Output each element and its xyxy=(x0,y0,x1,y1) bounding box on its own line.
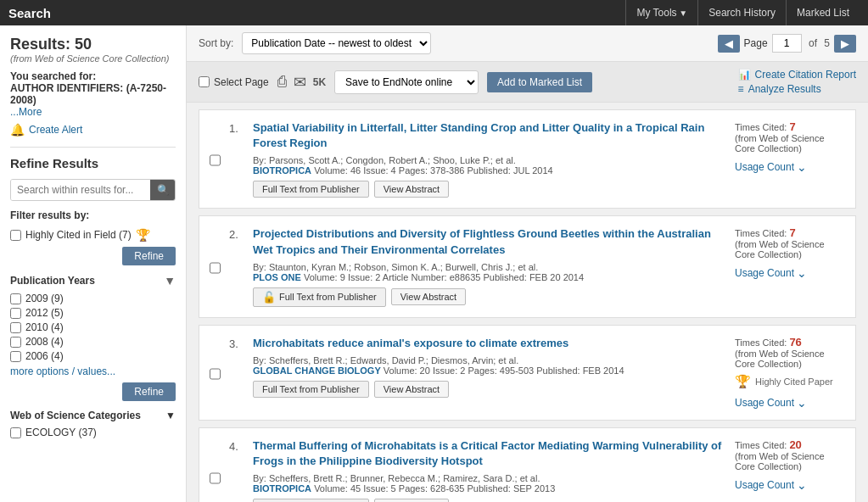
result-meta-3: By: Scheffers, Brett R.; Brunner, Rebecc… xyxy=(253,473,726,494)
search-history-link[interactable]: Search History xyxy=(697,0,786,26)
times-cited-count-2: 76 xyxy=(789,336,801,349)
abstract-btn-2[interactable]: View Abstract xyxy=(374,381,449,398)
select-page: Select Page xyxy=(199,76,269,88)
result-authors-3: By: Scheffers, Brett R.; Brunner, Rebecc… xyxy=(253,473,540,483)
result-actions-2: Full Text from Publisher View Abstract xyxy=(253,381,726,398)
refine-title: Refine Results xyxy=(10,156,176,170)
result-main-0: Spatial Variability in Litterfall, Litte… xyxy=(253,120,726,198)
result-num-2: 3. xyxy=(229,337,244,410)
result-title-2[interactable]: Microhabitats reduce animal's exposure t… xyxy=(253,336,726,351)
my-tools-link[interactable]: My Tools xyxy=(625,0,697,26)
add-marked-list-button[interactable]: Add to Marked List xyxy=(487,72,592,92)
results-count: Results: 50 xyxy=(10,36,176,53)
prev-page-button[interactable]: ◀ xyxy=(718,35,740,53)
result-authors-0: By: Parsons, Scott A.; Congdon, Robert A… xyxy=(253,155,516,165)
email-icon[interactable]: ✉ xyxy=(294,73,306,92)
search-within-button[interactable]: 🔍 xyxy=(150,180,176,200)
endnote-select[interactable]: Save to EndNote online xyxy=(334,70,479,94)
print-icon[interactable]: ⎙ xyxy=(277,73,287,91)
list-icon: ≡ xyxy=(738,83,744,95)
result-journal-3[interactable]: BIOTROPICA xyxy=(253,483,311,494)
wos-cats-label: Web of Science Categories xyxy=(10,410,141,421)
wos-cats-header[interactable]: Web of Science Categories ▼ xyxy=(10,410,176,421)
result-vol-3: Volume: 45 Issue: 5 Pages: 628-635 Publi… xyxy=(314,483,555,494)
times-cited-3: Times Cited: 20 (from Web of Science Cor… xyxy=(735,438,845,471)
result-journal-0[interactable]: BIOTROPICA xyxy=(253,165,311,176)
toolbar-icons: ⎙ ✉ 5K xyxy=(277,73,326,92)
usage-count-1[interactable]: Usage Count xyxy=(735,266,845,280)
usage-count-0[interactable]: Usage Count xyxy=(735,160,845,174)
oa-icon-1: 🔓 xyxy=(262,291,276,304)
fulltext-btn-0[interactable]: Full Text from Publisher xyxy=(253,181,369,198)
highly-cited-checkbox[interactable] xyxy=(10,230,21,241)
cat-label-0: ECOLOGY (37) xyxy=(25,427,97,438)
bar-chart-icon: 📊 xyxy=(738,69,751,81)
next-page-button[interactable]: ▶ xyxy=(834,35,856,53)
fulltext-btn-3[interactable]: Full Text from Publisher xyxy=(253,499,369,502)
page-label: Page xyxy=(744,37,768,49)
year-checkbox-3[interactable] xyxy=(10,337,21,348)
page-input[interactable] xyxy=(772,34,802,53)
cat-checkbox-0[interactable] xyxy=(10,427,21,438)
pagination: ◀ Page of 5 ▶ xyxy=(718,34,856,53)
pub-years-header[interactable]: Publication Years ▼ xyxy=(10,274,176,287)
result-checkbox-1[interactable] xyxy=(210,229,221,306)
sort-select[interactable]: Publication Date -- newest to oldest xyxy=(242,32,431,54)
year-checkbox-4[interactable] xyxy=(10,351,21,362)
result-checkbox-2[interactable] xyxy=(210,338,221,410)
search-within-input[interactable] xyxy=(11,180,150,200)
year-checkbox-0[interactable] xyxy=(10,293,21,304)
abstract-btn-1[interactable]: View Abstract xyxy=(391,288,466,305)
result-title-3[interactable]: Thermal Buffering of Microhabitats is a … xyxy=(253,438,726,469)
result-checkbox-3[interactable] xyxy=(210,441,221,502)
result-main-3: Thermal Buffering of Microhabitats is a … xyxy=(253,438,726,502)
result-authors-2: By: Scheffers, Brett R.; Edwards, David … xyxy=(253,355,518,365)
page-of: of xyxy=(806,37,820,49)
year-item-4: 2006 (4) xyxy=(10,350,176,362)
times-cited-count-0: 7 xyxy=(789,120,795,133)
create-alert[interactable]: 🔔 Create Alert xyxy=(10,123,176,137)
result-checkbox-0[interactable] xyxy=(210,123,221,198)
result-journal-1[interactable]: PLOS ONE xyxy=(253,272,301,282)
create-citation-link[interactable]: 📊 Create Citation Report xyxy=(738,69,856,81)
year-item-3: 2008 (4) xyxy=(10,336,176,348)
year-label-2: 2010 (4) xyxy=(25,321,64,333)
fulltext-btn-2[interactable]: Full Text from Publisher xyxy=(253,381,369,398)
result-meta-0: By: Parsons, Scott A.; Congdon, Robert A… xyxy=(253,155,726,176)
year-label-1: 2012 (5) xyxy=(25,307,64,319)
year-checkbox-1[interactable] xyxy=(10,308,21,319)
result-title-1[interactable]: Projected Distributions and Diversity of… xyxy=(253,226,726,257)
year-label-4: 2006 (4) xyxy=(25,350,64,362)
citation-tools: 📊 Create Citation Report ≡ Analyze Resul… xyxy=(738,69,856,95)
refine-button-2[interactable]: Refine xyxy=(122,382,176,401)
filter-by-label: Filter results by: xyxy=(10,209,176,221)
times-cited-label-0: Times Cited: xyxy=(735,122,787,132)
result-meta-1: By: Staunton, Kyran M.; Robson, Simon K.… xyxy=(253,262,726,282)
year-item-1: 2012 (5) xyxy=(10,307,176,319)
result-item-1: 2. Projected Distributions and Diversity… xyxy=(199,215,856,317)
refine-button[interactable]: Refine xyxy=(122,247,176,265)
marked-list-link[interactable]: Marked List xyxy=(786,0,860,26)
create-alert-label: Create Alert xyxy=(29,124,82,136)
brand-label: Search xyxy=(8,6,625,20)
usage-count-3[interactable]: Usage Count xyxy=(735,478,845,492)
usage-count-2[interactable]: Usage Count xyxy=(735,396,845,410)
result-title-0[interactable]: Spatial Variability in Litterfall, Litte… xyxy=(253,120,726,151)
analyze-results-link[interactable]: ≡ Analyze Results xyxy=(738,83,821,95)
result-journal-2[interactable]: GLOBAL CHANGE BIOLOGY xyxy=(253,365,381,376)
sidebar-divider xyxy=(10,147,176,148)
result-sidebar-3: Times Cited: 20 (from Web of Science Cor… xyxy=(735,438,845,502)
result-actions-1: 🔓 Full Text from Publisher View Abstract xyxy=(253,287,726,307)
more-options-link[interactable]: more options / values... xyxy=(10,365,176,377)
select-page-checkbox[interactable] xyxy=(199,76,210,87)
abstract-btn-0[interactable]: View Abstract xyxy=(374,181,449,198)
year-label-0: 2009 (9) xyxy=(25,293,64,304)
more-link[interactable]: ...More xyxy=(10,106,42,118)
years-list: 2009 (9) 2012 (5) 2010 (4) 2008 (4) 2006… xyxy=(10,293,176,362)
abstract-btn-3[interactable]: View Abstract xyxy=(374,499,449,502)
fulltext-btn-1[interactable]: 🔓 Full Text from Publisher xyxy=(253,287,386,307)
top-nav: Search My Tools Search History Marked Li… xyxy=(0,0,868,25)
sort-label: Sort by: xyxy=(199,37,233,49)
pub-years-label: Publication Years xyxy=(10,275,95,287)
year-checkbox-2[interactable] xyxy=(10,322,21,333)
